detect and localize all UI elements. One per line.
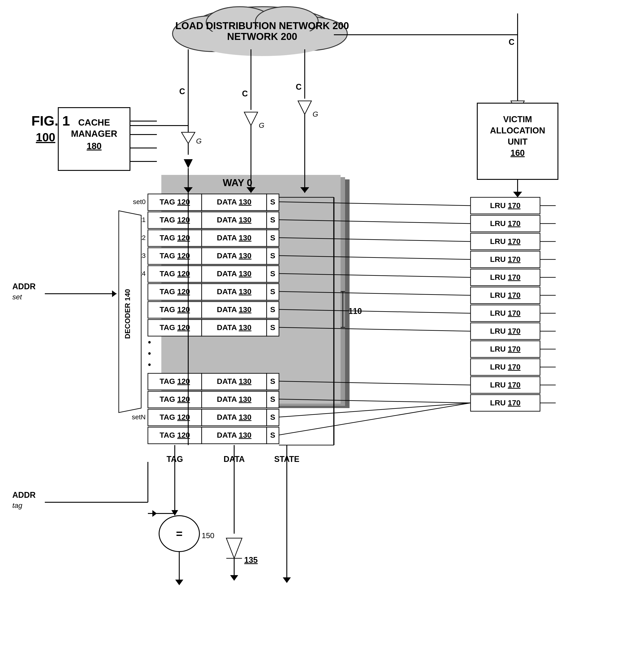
svg-marker-22 [298, 101, 311, 114]
svg-rect-173 [471, 251, 540, 268]
svg-rect-63 [202, 212, 267, 229]
svg-text:=: = [176, 528, 183, 540]
svg-text:TAG 120: TAG 120 [160, 198, 190, 206]
svg-text:set3: set3 [133, 252, 146, 259]
svg-text:S: S [270, 215, 275, 224]
svg-text:G: G [196, 137, 202, 145]
svg-text:setN: setN [132, 413, 146, 421]
svg-text:UNIT: UNIT [508, 137, 528, 146]
svg-text:G: G [313, 110, 318, 118]
svg-text:DATA 130: DATA 130 [217, 431, 251, 439]
svg-text:set: set [12, 293, 22, 301]
svg-marker-12 [184, 159, 193, 168]
svg-text:S: S [270, 413, 275, 421]
svg-text:S: S [270, 198, 275, 206]
svg-text:LRU 170: LRU 170 [490, 291, 520, 299]
svg-rect-96 [202, 301, 267, 318]
svg-text:S: S [270, 269, 275, 278]
svg-text:DATA 130: DATA 130 [217, 215, 251, 224]
svg-rect-65 [267, 212, 279, 229]
svg-rect-115 [148, 391, 202, 408]
svg-text:MANAGER: MANAGER [71, 129, 117, 139]
svg-rect-171 [471, 233, 540, 250]
svg-point-3 [206, 7, 273, 38]
svg-text:ALLOCATION: ALLOCATION [490, 126, 545, 135]
svg-text:S: S [270, 377, 275, 385]
svg-marker-154 [175, 580, 183, 585]
svg-marker-158 [226, 538, 242, 558]
svg-rect-84 [202, 266, 267, 282]
svg-rect-45 [477, 103, 558, 179]
svg-text:DATA 130: DATA 130 [217, 198, 251, 206]
svg-marker-211 [247, 187, 255, 193]
svg-line-192 [279, 220, 471, 224]
svg-text:DATA 130: DATA 130 [217, 323, 251, 332]
svg-rect-36 [161, 175, 341, 403]
svg-point-5 [195, 27, 329, 56]
svg-text:LRU 170: LRU 170 [490, 255, 520, 263]
svg-text:S: S [270, 251, 275, 260]
svg-text:DATA: DATA [224, 454, 245, 464]
svg-text:S: S [270, 395, 275, 403]
svg-rect-124 [202, 409, 267, 426]
svg-text:ADDR: ADDR [12, 490, 36, 499]
svg-text:DATA 130: DATA 130 [217, 305, 251, 314]
svg-rect-128 [148, 427, 202, 444]
svg-rect-183 [471, 341, 540, 357]
svg-rect-82 [148, 266, 202, 282]
svg-point-1 [172, 16, 253, 52]
svg-rect-54 [148, 194, 202, 210]
svg-rect-169 [471, 215, 540, 232]
svg-text:•: • [148, 337, 151, 347]
svg-rect-111 [202, 373, 267, 390]
svg-text:TAG 120: TAG 120 [160, 251, 190, 260]
svg-text:DATA 130: DATA 130 [217, 377, 251, 385]
svg-line-196 [279, 291, 471, 295]
svg-rect-58 [267, 194, 279, 210]
svg-text:DECODER 140: DECODER 140 [123, 289, 132, 339]
svg-text:S: S [270, 305, 275, 314]
svg-rect-77 [202, 248, 267, 265]
svg-text:S: S [270, 287, 275, 296]
svg-text:G: G [525, 110, 531, 118]
svg-rect-102 [202, 320, 267, 336]
svg-rect-37 [58, 108, 130, 171]
svg-marker-17 [244, 112, 258, 126]
svg-rect-86 [267, 266, 279, 282]
svg-rect-35 [166, 177, 345, 406]
svg-rect-90 [202, 284, 267, 300]
svg-text:TAG 120: TAG 120 [160, 305, 190, 314]
svg-rect-94 [148, 301, 202, 318]
svg-marker-139 [112, 290, 116, 297]
svg-text:LRU 170: LRU 170 [490, 219, 520, 228]
svg-rect-98 [267, 301, 279, 318]
svg-text:LOAD DISTRIBUTION
NETWORK 200: LOAD DISTRIBUTION NETWORK 200 [175, 20, 349, 31]
svg-rect-56 [202, 194, 267, 210]
svg-text:WAY 0: WAY 0 [223, 177, 252, 188]
svg-text:tag: tag [12, 501, 22, 510]
svg-rect-70 [202, 230, 267, 246]
svg-text:180: 180 [87, 141, 102, 151]
svg-text:LRU 170: LRU 170 [490, 381, 520, 389]
svg-point-2 [271, 17, 347, 50]
svg-marker-210 [184, 187, 193, 193]
svg-rect-185 [471, 359, 540, 375]
svg-marker-162 [230, 575, 238, 581]
svg-rect-119 [267, 391, 279, 408]
svg-rect-175 [471, 269, 540, 286]
svg-text:160: 160 [510, 148, 524, 158]
svg-line-195 [279, 274, 471, 277]
svg-text:G: G [259, 121, 264, 129]
svg-text:DATA 130: DATA 130 [217, 287, 251, 296]
svg-text:set1: set1 [133, 216, 146, 223]
svg-text:LRU 170: LRU 170 [490, 398, 520, 407]
svg-line-199 [279, 381, 471, 385]
svg-rect-181 [471, 323, 540, 339]
svg-line-198 [279, 327, 471, 331]
svg-rect-34 [170, 179, 350, 408]
svg-point-4 [255, 7, 318, 36]
svg-rect-179 [471, 305, 540, 322]
svg-rect-187 [471, 377, 540, 393]
svg-rect-177 [471, 287, 540, 303]
svg-text:135: 135 [244, 556, 258, 565]
